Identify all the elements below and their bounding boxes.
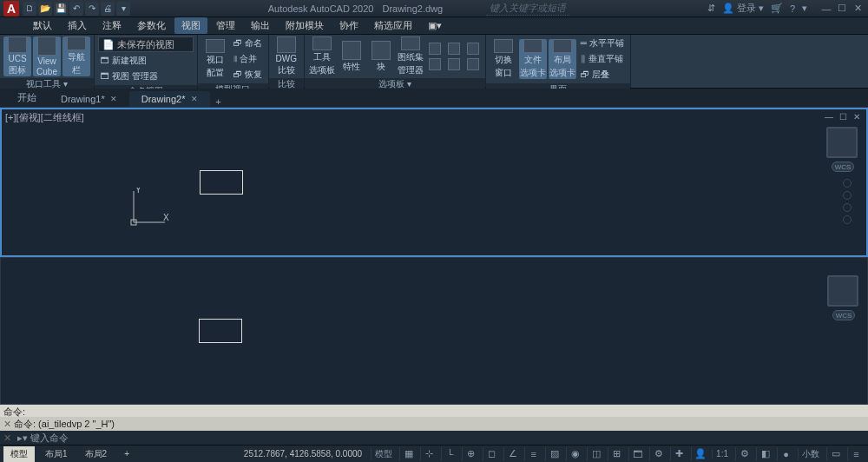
btn-blocks[interactable]: 块 [367,36,395,76]
menu-manage[interactable]: 管理 [209,17,242,34]
tab-start[interactable]: 开始 [5,89,49,107]
menu-insert[interactable]: 插入 [61,17,94,34]
tab-add[interactable]: + [210,96,227,107]
btn-viewport-config[interactable]: 视口配置 [201,39,229,79]
status-lineweight-icon[interactable]: ≡ [524,447,542,461]
menu-view[interactable]: 视图 [174,17,207,34]
status-transparency-icon[interactable]: ▨ [545,447,562,461]
qat-undo[interactable]: ↶ [69,2,83,16]
close-icon[interactable]: ✕ [191,95,198,103]
command-input[interactable]: ▸▾ 键入命令 [17,432,69,445]
ucs-icon[interactable]: Y X [130,188,172,229]
menu-output[interactable]: 输出 [244,17,277,34]
search-input[interactable]: 键入关键字或短语 [486,2,569,16]
menu-parametric[interactable]: 参数化 [130,17,173,34]
viewcube-widget[interactable] [826,127,858,158]
cmd-handle-icon[interactable]: ✕ [3,419,14,430]
btn-file-tabs[interactable]: 文件选项卡 [519,39,547,79]
btn-dwg-compare[interactable]: DWG比较 [273,36,300,76]
qat-save[interactable]: 💾 [54,2,68,16]
viewport-top[interactable]: [+][俯视][二维线框] — ☐ ✕ WCS Y X [0,108,868,257]
vp-close[interactable]: ✕ [851,111,863,122]
btn-layout-tabs[interactable]: 布局选项卡 [549,39,576,79]
layout-tab-model[interactable]: 模型 [3,446,35,462]
window-minimize[interactable]: — [819,3,833,15]
status-hwacl-icon[interactable]: ● [777,447,794,461]
btn-tool-palettes[interactable]: 工具选项板 [308,36,336,76]
qat-new[interactable]: 🗋 [23,2,36,16]
status-isodraft-icon[interactable]: ◧ [756,447,773,461]
menu-collaborate[interactable]: 协作 [332,17,365,34]
login-button[interactable]: 👤 登录 ▾ [722,2,764,15]
btn-restore-vp[interactable]: 🗗 恢复 [231,68,265,82]
vp-maximize[interactable]: ☐ [837,111,849,122]
status-annomonitor-icon[interactable]: ✚ [670,447,687,461]
drawing-rectangle[interactable] [200,170,243,195]
viewport-bottom[interactable]: WCS [0,257,868,405]
btn-cascade[interactable]: 🗗 层叠 [578,68,627,82]
status-gear-icon[interactable]: ⚙ [735,447,753,461]
drawing-rectangle[interactable] [199,319,242,343]
menu-overflow[interactable]: ▣▾ [421,18,449,33]
wcs-label[interactable]: WCS [832,310,855,320]
menu-annotate[interactable]: 注释 [95,17,128,34]
status-quickprops-icon[interactable]: 🗔 [628,447,646,461]
tab-drawing1[interactable]: Drawing1*✕ [49,91,129,107]
status-osnap-icon[interactable]: ◻ [483,447,500,461]
btn-named-vp[interactable]: 🗗 命名 [231,36,265,50]
help-dropdown[interactable]: ▾ [802,3,807,14]
palette-icon[interactable] [426,57,444,71]
viewcube-widget[interactable] [827,275,858,307]
status-customize-icon[interactable]: ≡ [847,447,865,461]
status-grid-icon[interactable]: ▦ [399,447,417,461]
btn-join-vp[interactable]: ⫴ 合并 [231,52,265,66]
btn-tile-vert[interactable]: ‖ 垂直平铺 [578,52,627,66]
btn-new-view[interactable]: 🗔 新建视图 [98,54,149,68]
btn-viewcube[interactable]: ViewCube [33,36,61,76]
status-snap-icon[interactable]: ⊹ [420,447,437,461]
palette-icon[interactable] [464,57,482,71]
status-mode[interactable]: 模型 [371,448,396,460]
status-units[interactable]: 小数 [798,448,823,460]
qat-print[interactable]: 🖨 [101,2,115,16]
menu-featured[interactable]: 精选应用 [367,17,419,34]
btn-navbar[interactable]: 导航栏 [62,36,90,76]
cmd-handle-icon[interactable]: ✕ [3,432,14,444]
window-maximize[interactable]: ☐ [835,3,849,15]
btn-properties[interactable]: 特性 [338,36,365,76]
palette-icon[interactable] [445,42,463,56]
palette-icon[interactable] [464,42,482,56]
status-scale[interactable]: 1:1 [712,449,732,459]
viewport-label[interactable]: [+][俯视][二维线框] [5,111,84,124]
status-ortho-icon[interactable]: └ [441,447,458,461]
qat-more[interactable]: ▾ [116,2,130,16]
menu-addins[interactable]: 附加模块 [279,17,331,34]
status-annoscale-icon[interactable]: 👤 [691,447,708,461]
app-logo[interactable]: A [3,1,19,16]
share-icon[interactable]: ⇵ [707,3,715,14]
status-dyninput-icon[interactable]: ⊞ [608,447,625,461]
close-icon[interactable]: ✕ [110,95,117,103]
wcs-label[interactable]: WCS [832,162,854,172]
palette-icon[interactable] [445,57,463,71]
status-cleanscreen-icon[interactable]: ▭ [826,447,844,461]
view-combo[interactable]: 📄 未保存的视图 [98,36,194,52]
layout-tab-add[interactable]: + [117,447,136,460]
btn-sheetset[interactable]: 图纸集管理器 [397,36,424,76]
help-icon[interactable]: ? [790,3,795,14]
status-polar-icon[interactable]: ⊕ [462,447,479,461]
btn-ucs-icon[interactable]: UCS图标 [3,36,31,76]
status-3dosnap-icon[interactable]: ◫ [587,447,604,461]
btn-view-manager[interactable]: 🗔 视图 管理器 [98,69,161,83]
status-cycling-icon[interactable]: ◉ [566,447,583,461]
menu-default[interactable]: 默认 [26,17,59,34]
tab-drawing2[interactable]: Drawing2*✕ [129,91,210,107]
status-otrack-icon[interactable]: ∠ [503,447,521,461]
vp-minimize[interactable]: — [823,111,835,122]
exchange-icon[interactable]: 🛒 [771,3,783,14]
layout-tab-2[interactable]: 布局2 [78,446,115,462]
qat-redo[interactable]: ↷ [85,2,99,16]
btn-switch-window[interactable]: 切换窗口 [490,39,517,79]
palette-icon[interactable] [426,42,444,56]
navigation-bar[interactable] [842,179,852,248]
